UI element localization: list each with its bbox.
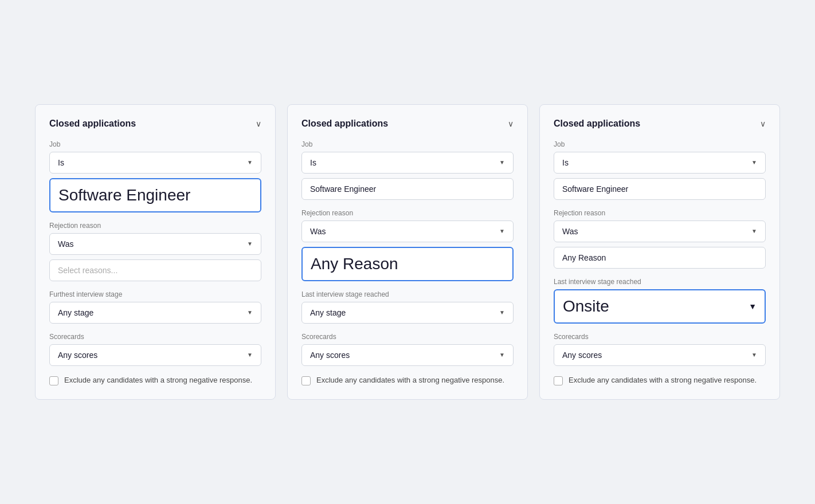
job-label: Job <box>49 140 261 148</box>
scorecards-value: Any scores <box>58 351 97 360</box>
card-title: Closed applications <box>49 119 136 129</box>
job-field-group: Job Is ▼ Software Engineer <box>49 140 261 212</box>
job-label: Job <box>554 140 766 148</box>
rejection-operator-dropdown[interactable]: Was ▼ <box>554 220 766 242</box>
rejection-field-group: Rejection reason Was ▼ Any Reason <box>301 209 514 281</box>
rejection-label: Rejection reason <box>554 209 766 217</box>
exclude-checkbox[interactable] <box>301 376 311 385</box>
job-field-group: Job Is ▼ Software Engineer <box>554 140 766 200</box>
chevron-down-icon[interactable]: ∨ <box>508 119 514 128</box>
exclude-label: Exclude any candidates with a strong neg… <box>316 375 504 385</box>
stage-label: Last interview stage reached <box>301 290 514 298</box>
rejection-value-input[interactable]: Select reasons... <box>49 259 261 281</box>
scorecards-value: Any scores <box>310 351 350 360</box>
rejection-value-input[interactable]: Any Reason <box>301 247 514 281</box>
stage-dropdown[interactable]: Onsite ▼ <box>554 289 766 324</box>
scorecards-field-group: Scorecards Any scores ▼ <box>49 333 261 366</box>
job-arrow-icon: ▼ <box>499 159 505 166</box>
card-header: Closed applications ∨ <box>301 119 514 129</box>
scorecards-field-group: Scorecards Any scores ▼ <box>301 333 514 366</box>
rejection-arrow-icon: ▼ <box>751 228 757 234</box>
card-1: Closed applications ∨ Job Is ▼ Software … <box>35 104 276 400</box>
exclude-checkbox[interactable] <box>49 376 58 385</box>
rejection-arrow-icon: ▼ <box>247 241 253 247</box>
stage-label: Furthest interview stage <box>49 290 261 298</box>
job-operator-value: Is <box>58 158 64 167</box>
job-field-group: Job Is ▼ Software Engineer <box>301 140 514 200</box>
job-value-input[interactable]: Software Engineer <box>49 178 261 212</box>
stage-label: Last interview stage reached <box>554 278 766 286</box>
scorecards-label: Scorecards <box>301 333 514 341</box>
scorecards-dropdown[interactable]: Any scores ▼ <box>49 344 261 366</box>
stage-value: Onsite <box>563 297 609 316</box>
rejection-operator-value: Was <box>58 239 73 249</box>
job-value-input[interactable]: Software Engineer <box>554 178 766 200</box>
stage-dropdown[interactable]: Any stage ▼ <box>301 302 514 324</box>
card-header: Closed applications ∨ <box>49 119 261 129</box>
job-operator-dropdown[interactable]: Is ▼ <box>301 152 514 174</box>
job-operator-dropdown[interactable]: Is ▼ <box>554 152 766 174</box>
scorecards-field-group: Scorecards Any scores ▼ <box>554 333 766 366</box>
rejection-arrow-icon: ▼ <box>499 228 505 234</box>
card-title: Closed applications <box>554 119 640 129</box>
scorecards-dropdown[interactable]: Any scores ▼ <box>301 344 514 366</box>
rejection-label: Rejection reason <box>49 222 261 230</box>
exclude-label: Exclude any candidates with a strong neg… <box>569 375 757 385</box>
scorecards-value: Any scores <box>562 351 602 360</box>
rejection-operator-dropdown[interactable]: Was ▼ <box>301 220 514 242</box>
scorecards-label: Scorecards <box>554 333 766 341</box>
card-3: Closed applications ∨ Job Is ▼ Software … <box>539 104 780 400</box>
stage-arrow-icon: ▼ <box>247 309 253 316</box>
cards-container: Closed applications ∨ Job Is ▼ Software … <box>35 104 780 400</box>
chevron-down-icon[interactable]: ∨ <box>760 119 766 128</box>
rejection-operator-dropdown[interactable]: Was ▼ <box>49 233 261 255</box>
card-2: Closed applications ∨ Job Is ▼ Software … <box>287 104 528 400</box>
job-operator-value: Is <box>310 158 316 167</box>
exclude-checkbox-row: Exclude any candidates with a strong neg… <box>554 375 766 385</box>
rejection-label: Rejection reason <box>301 209 514 217</box>
stage-arrow-icon: ▼ <box>499 309 505 316</box>
job-operator-dropdown[interactable]: Is ▼ <box>49 152 261 174</box>
card-title: Closed applications <box>301 119 388 129</box>
scorecards-arrow-icon: ▼ <box>247 352 253 358</box>
job-value-input[interactable]: Software Engineer <box>301 178 514 200</box>
rejection-field-group: Rejection reason Was ▼ Select reasons... <box>49 222 261 281</box>
rejection-value-input[interactable]: Any Reason <box>554 247 766 269</box>
scorecards-label: Scorecards <box>49 333 261 341</box>
rejection-operator-value: Was <box>562 227 578 236</box>
rejection-field-group: Rejection reason Was ▼ Any Reason <box>554 209 766 269</box>
job-arrow-icon: ▼ <box>751 159 757 166</box>
scorecards-dropdown[interactable]: Any scores ▼ <box>554 344 766 366</box>
rejection-operator-value: Was <box>310 227 326 236</box>
job-operator-value: Is <box>562 158 569 167</box>
chevron-down-icon[interactable]: ∨ <box>256 119 261 128</box>
stage-value: Any stage <box>58 308 93 317</box>
exclude-checkbox-row: Exclude any candidates with a strong neg… <box>49 375 261 385</box>
exclude-checkbox[interactable] <box>554 376 563 385</box>
scorecards-arrow-icon: ▼ <box>751 352 757 358</box>
stage-value: Any stage <box>310 308 346 317</box>
stage-field-group: Furthest interview stage Any stage ▼ <box>49 290 261 324</box>
stage-field-group: Last interview stage reached Onsite ▼ <box>554 278 766 324</box>
card-header: Closed applications ∨ <box>554 119 766 129</box>
scorecards-arrow-icon: ▼ <box>499 352 505 358</box>
job-arrow-icon: ▼ <box>247 159 253 166</box>
stage-arrow-icon: ▼ <box>749 302 757 311</box>
exclude-label: Exclude any candidates with a strong neg… <box>64 375 252 385</box>
job-label: Job <box>301 140 514 148</box>
stage-dropdown[interactable]: Any stage ▼ <box>49 302 261 324</box>
exclude-checkbox-row: Exclude any candidates with a strong neg… <box>301 375 514 385</box>
stage-field-group: Last interview stage reached Any stage ▼ <box>301 290 514 324</box>
